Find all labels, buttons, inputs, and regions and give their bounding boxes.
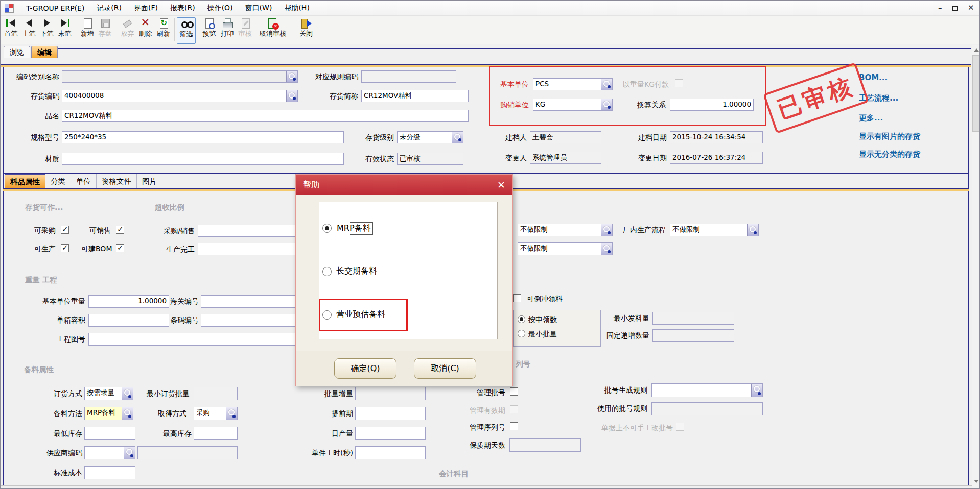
subtab-unit[interactable]: 单位 xyxy=(71,174,97,188)
ok-button[interactable]: 确定(Q) xyxy=(334,358,396,379)
code-category-field[interactable] xyxy=(62,70,298,83)
link-bom[interactable]: BOM... xyxy=(859,73,888,82)
lookup-icon[interactable] xyxy=(452,132,463,143)
menu-window[interactable]: 窗口(W) xyxy=(245,4,272,13)
subtab-category[interactable]: 分类 xyxy=(45,174,71,188)
backflush-checkbox[interactable] xyxy=(513,294,521,302)
leadtime-field[interactable] xyxy=(355,407,426,420)
subtab-image[interactable]: 图片 xyxy=(137,174,162,188)
toolbar-close-button[interactable]: 关闭 xyxy=(296,17,316,43)
toolbar-new-button[interactable]: 新增 xyxy=(78,17,96,43)
lookup-icon[interactable] xyxy=(601,99,612,110)
material-field[interactable] xyxy=(62,153,344,165)
menu-help[interactable]: 帮助(H) xyxy=(284,4,309,13)
mrp-prep-radio[interactable] xyxy=(322,224,332,233)
drawing-no-field[interactable] xyxy=(88,333,303,346)
link-more[interactable]: 更多... xyxy=(859,113,883,123)
lookup-icon[interactable] xyxy=(751,384,762,397)
dialog-close-icon[interactable]: ✕ xyxy=(497,179,505,190)
max-stock-field[interactable] xyxy=(194,427,238,440)
lookup-icon[interactable] xyxy=(122,407,133,420)
menu-tgroup-erp[interactable]: T-GROUP ERP(E) xyxy=(26,4,84,12)
toolbar-preview-button[interactable]: 预览 xyxy=(200,17,218,43)
lookup-icon[interactable] xyxy=(286,90,297,102)
toolbar-prev-button[interactable]: 上笔 xyxy=(20,17,38,43)
scrollbar-thumb[interactable] xyxy=(972,55,980,132)
lookup-icon[interactable] xyxy=(601,224,612,236)
std-cost-field[interactable] xyxy=(84,466,135,479)
trade-unit-label: 购销单位 xyxy=(493,101,529,110)
long-lead-prep-label[interactable]: 长交期备料 xyxy=(335,265,379,277)
supplier-code-field[interactable] xyxy=(84,446,135,459)
restriction-field-2[interactable]: 不做限制 xyxy=(518,242,613,255)
toolbar-filter-button[interactable]: 筛选 xyxy=(177,17,196,44)
subtab-item-attrs[interactable]: 料品属性 xyxy=(5,174,45,188)
lookup-icon[interactable] xyxy=(124,447,135,459)
over-purchase-sale-field[interactable] xyxy=(198,225,302,237)
acquire-mode-field[interactable]: 采购 xyxy=(194,407,238,420)
toolbar-first-button[interactable]: 首笔 xyxy=(2,17,20,43)
base-unit-weight-field[interactable]: 1.00000 xyxy=(88,295,169,308)
toolbar-print-button[interactable]: 打印 xyxy=(218,17,236,43)
lookup-icon[interactable] xyxy=(747,224,758,236)
bom-allowed-checkbox[interactable] xyxy=(116,244,124,252)
scroll-down-icon[interactable] xyxy=(972,477,980,486)
prep-method-field[interactable]: MRP备料 xyxy=(84,407,133,420)
minimize-icon[interactable]: – xyxy=(938,3,942,12)
toolbar-unaudit-button[interactable]: 取消审核 xyxy=(254,17,292,43)
menu-operation[interactable]: 操作(O) xyxy=(207,4,233,13)
purchasable-checkbox[interactable] xyxy=(61,226,69,234)
daily-output-field[interactable] xyxy=(355,427,426,440)
manage-batch-checkbox[interactable] xyxy=(510,387,518,396)
toolbar-refresh-button[interactable]: 刷新 xyxy=(154,17,172,43)
close-icon[interactable]: ✕ xyxy=(968,3,974,12)
customs-code-field[interactable] xyxy=(201,295,303,308)
item-name-field[interactable]: CR12MOV精料 xyxy=(62,110,469,122)
lookup-icon[interactable] xyxy=(601,243,612,255)
unit-hours-field[interactable] xyxy=(355,446,426,459)
link-show-unclassified[interactable]: 显示无分类的存货 xyxy=(859,150,920,159)
toolbar-next-button[interactable]: 下笔 xyxy=(38,17,56,43)
lookup-icon[interactable] xyxy=(286,71,297,82)
menu-record[interactable]: 记录(R) xyxy=(97,4,122,13)
toolbar-last-button[interactable]: 末笔 xyxy=(56,17,74,43)
lookup-icon[interactable] xyxy=(226,407,237,420)
tab-browse[interactable]: 浏览 xyxy=(4,46,30,58)
trade-unit-field[interactable]: KG xyxy=(533,99,613,111)
barcode-field[interactable] xyxy=(201,314,303,327)
item-alias-field[interactable]: CR12MOV精料 xyxy=(361,90,469,102)
conversion-field[interactable]: 1.00000 xyxy=(670,99,754,111)
mrp-prep-label[interactable]: MRP备料 xyxy=(335,222,373,235)
sellable-checkbox[interactable] xyxy=(116,226,124,234)
cancel-button[interactable]: 取消(C) xyxy=(414,358,476,379)
min-stock-field[interactable] xyxy=(84,427,135,440)
menu-report[interactable]: 报表(R) xyxy=(170,4,195,13)
manage-expiry-label: 管理有效期 xyxy=(463,406,505,415)
scroll-up-icon[interactable] xyxy=(972,45,980,55)
spec-field[interactable]: 250*240*35 xyxy=(62,131,344,143)
subtab-qualification[interactable]: 资格文件 xyxy=(97,174,137,188)
producible-checkbox[interactable] xyxy=(61,244,69,252)
batch-rule-field[interactable] xyxy=(651,383,763,397)
order-mode-field[interactable]: 按需求量 xyxy=(84,387,133,400)
dialog-titlebar[interactable]: 帮助 ✕ xyxy=(296,175,512,195)
lookup-icon[interactable] xyxy=(601,79,612,90)
menu-interface[interactable]: 界面(F) xyxy=(134,4,158,13)
manage-serial-checkbox[interactable] xyxy=(510,422,518,430)
created-date-label: 建档日期 xyxy=(627,133,667,142)
production-finish-field[interactable] xyxy=(198,243,302,255)
link-show-with-image[interactable]: 显示有图片的存货 xyxy=(859,132,920,141)
base-unit-field[interactable]: PCS xyxy=(533,78,613,90)
level-field[interactable]: 未分级 xyxy=(397,131,463,143)
factory-flow-field[interactable]: 不做限制 xyxy=(670,224,759,236)
restriction-field-1[interactable]: 不做限制 xyxy=(518,224,613,236)
item-code-field[interactable]: 400400008 xyxy=(62,90,298,102)
restore-icon[interactable] xyxy=(952,5,959,11)
toolbar-delete-button[interactable]: 删除 xyxy=(136,17,154,43)
issue-by-apply-radio[interactable] xyxy=(518,315,525,323)
long-lead-prep-radio[interactable] xyxy=(322,267,332,276)
min-batch-radio[interactable] xyxy=(518,330,525,337)
lookup-icon[interactable] xyxy=(122,387,133,400)
box-volume-field[interactable] xyxy=(88,314,169,327)
tab-edit[interactable]: 编辑 xyxy=(31,46,58,58)
